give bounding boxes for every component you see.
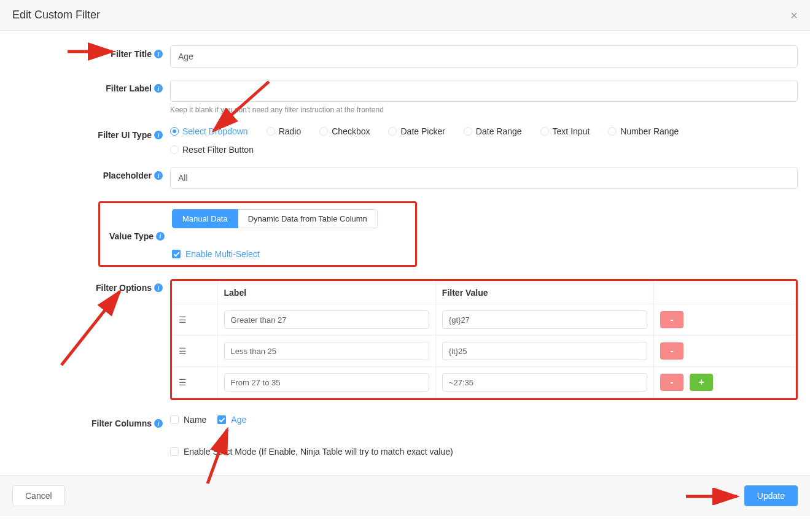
row-filter-options: Filter Options i Label Filter Value (12, 279, 798, 400)
radio-group-ui-type-row1: Select Dropdown Radio Checkbox Date Pick… (170, 126, 798, 136)
info-icon[interactable]: i (154, 131, 163, 139)
radio-icon (170, 127, 179, 136)
checkbox-enable-multi[interactable]: Enable Multi-Select (172, 249, 409, 259)
table-row: ☰ - + (173, 367, 796, 398)
dialog-title: Edit Custom Filter (12, 9, 100, 21)
dialog-header: Edit Custom Filter × (0, 0, 810, 31)
radio-icon (608, 127, 617, 136)
th-label: Label (217, 282, 435, 304)
radio-date-picker[interactable]: Date Picker (388, 126, 445, 136)
placeholder-input[interactable] (170, 167, 798, 189)
checkbox-icon (170, 447, 179, 456)
btn-manual-data[interactable]: Manual Data (172, 209, 238, 228)
option-value-input[interactable] (442, 310, 647, 329)
row-value-type: Value Type i Manual Data Dynamic Data fr… (98, 201, 417, 267)
radio-checkbox[interactable]: Checkbox (319, 126, 370, 136)
radio-icon (267, 127, 275, 136)
label-filter-label: Filter Label i (12, 80, 170, 93)
label-filter-columns: Filter Columns i (12, 415, 170, 428)
info-icon[interactable]: i (156, 232, 165, 241)
arrow-annotation (683, 488, 744, 505)
checkbox-icon (172, 250, 181, 258)
option-value-input[interactable] (442, 373, 647, 391)
row-strict-mode: Enable Strict Mode (If Enable, Ninja Tab… (12, 447, 798, 457)
info-icon[interactable]: i (154, 171, 163, 180)
checkbox-icon (217, 415, 226, 424)
update-button[interactable]: Update (744, 485, 798, 506)
value-type-toggle: Manual Data Dynamic Data from Table Colu… (172, 209, 378, 228)
dialog-footer: Cancel Update (0, 475, 810, 516)
info-icon[interactable]: i (154, 84, 163, 93)
info-icon[interactable]: i (154, 419, 163, 428)
label-placeholder: Placeholder i (12, 167, 170, 180)
row-filter-label: Filter Label i Keep it blank if you don'… (12, 80, 798, 114)
label-filter-options: Filter Options i (12, 279, 170, 293)
th-value: Filter Value (435, 282, 653, 304)
radio-text-input[interactable]: Text Input (540, 126, 590, 136)
radio-group-ui-type-row2: Reset Filter Button (170, 145, 798, 155)
info-icon[interactable]: i (154, 283, 163, 292)
filter-title-input[interactable] (170, 45, 798, 67)
label-ui-type: Filter UI Type i (12, 126, 170, 140)
remove-row-button[interactable]: - (660, 342, 683, 360)
option-label-input[interactable] (224, 310, 429, 329)
checkbox-strict-mode[interactable]: Enable Strict Mode (If Enable, Ninja Tab… (170, 447, 798, 457)
value-type-highlight-box: Value Type i Manual Data Dynamic Data fr… (98, 201, 417, 267)
checkbox-column-name[interactable]: Name (170, 415, 206, 425)
option-value-input[interactable] (442, 342, 647, 360)
row-filter-title: Filter Title i (12, 45, 798, 67)
checkbox-column-age[interactable]: Age (217, 415, 246, 425)
radio-radio[interactable]: Radio (267, 126, 302, 136)
radio-icon (540, 127, 549, 136)
label-value-type: Value Type i (100, 209, 172, 259)
option-label-input[interactable] (224, 373, 429, 391)
table-row: ☰ - (173, 336, 796, 367)
remove-row-button[interactable]: - (660, 374, 683, 391)
checkbox-icon (170, 415, 179, 424)
options-table: Label Filter Value ☰ - ☰ (172, 281, 796, 398)
radio-icon (319, 127, 328, 136)
close-icon[interactable]: × (790, 9, 798, 21)
remove-row-button[interactable]: - (660, 311, 683, 328)
radio-select-dropdown[interactable]: Select Dropdown (170, 126, 248, 136)
row-filter-columns: Filter Columns i Name Age (12, 415, 798, 428)
add-row-button[interactable]: + (690, 374, 713, 391)
row-placeholder: Placeholder i (12, 167, 798, 189)
label-filter-title: Filter Title i (12, 45, 170, 59)
radio-icon (388, 127, 397, 136)
radio-reset-filter[interactable]: Reset Filter Button (170, 145, 254, 155)
radio-date-range[interactable]: Date Range (464, 126, 522, 136)
row-ui-type: Filter UI Type i Select Dropdown Radio C… (12, 126, 798, 155)
radio-number-range[interactable]: Number Range (608, 126, 679, 136)
cancel-button[interactable]: Cancel (12, 485, 65, 506)
drag-handle-icon[interactable]: ☰ (173, 304, 218, 336)
radio-icon (170, 145, 179, 154)
filter-label-helper: Keep it blank if you don't need any filt… (170, 106, 798, 114)
filter-label-input[interactable] (170, 80, 798, 102)
filter-options-highlight-box: Label Filter Value ☰ - ☰ (170, 279, 798, 400)
columns-checkbox-group: Name Age (170, 415, 798, 425)
drag-handle-icon[interactable]: ☰ (173, 367, 218, 398)
dialog-body: Filter Title i Filter Label i Keep it bl… (0, 31, 810, 475)
btn-dynamic-data[interactable]: Dynamic Data from Table Column (238, 209, 378, 228)
drag-handle-icon[interactable]: ☰ (173, 336, 218, 367)
radio-icon (464, 127, 472, 136)
option-label-input[interactable] (224, 342, 429, 360)
info-icon[interactable]: i (154, 50, 163, 58)
table-row: ☰ - (173, 304, 796, 336)
svg-line-5 (61, 291, 120, 365)
